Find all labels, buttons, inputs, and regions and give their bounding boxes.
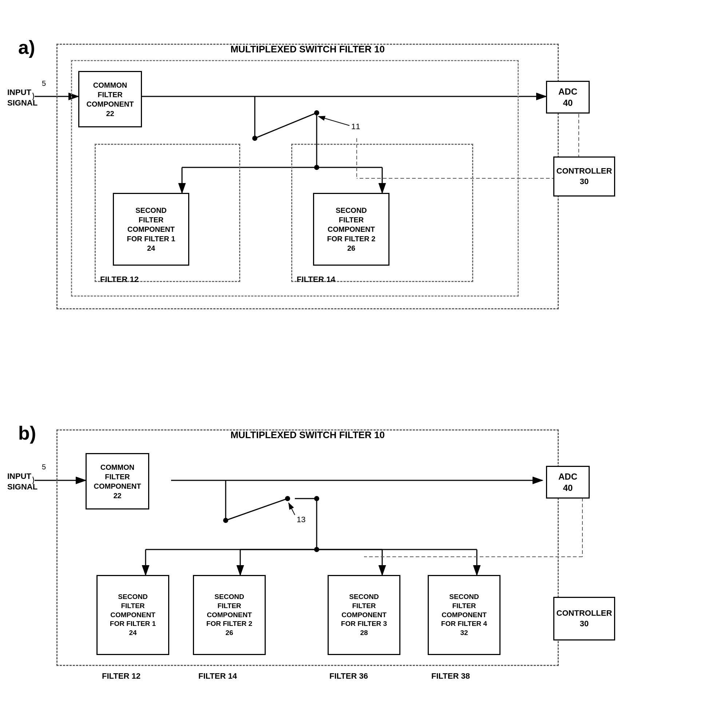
controller-box-b: CONTROLLER30 — [553, 597, 615, 641]
second-filter-1-box-a: SECONDFILTERCOMPONENTFOR FILTER 124 — [113, 193, 189, 266]
filter38-label-b: FILTER 38 — [431, 672, 470, 681]
section-label-b: b) — [18, 422, 36, 444]
input-signal-label-a: INPUTSIGNAL — [7, 87, 37, 108]
filter14-label-b: FILTER 14 — [198, 672, 237, 681]
input-signal-label-b: INPUTSIGNAL — [7, 471, 37, 492]
common-filter-box-b: COMMONFILTERCOMPONENT22 — [86, 453, 149, 510]
filter14-label-a: FILTER 14 — [297, 275, 335, 284]
signal-number-a: 5 — [42, 79, 46, 88]
second-filter-2-box-a: SECONDFILTERCOMPONENTFOR FILTER 226 — [313, 193, 390, 266]
page: a) INPUTSIGNAL 5 MULTIPLEXED SWITCH FILT… — [0, 0, 728, 722]
signal-number-b: 5 — [42, 463, 46, 471]
filter12-label-a: FILTER 12 — [100, 275, 139, 284]
controller-box-a: CONTROLLER30 — [553, 156, 615, 197]
main-title-a: MULTIPLEXED SWITCH FILTER 10 — [57, 44, 559, 55]
second-filter-1-box-b: SECONDFILTERCOMPONENTFOR FILTER 124 — [96, 575, 169, 655]
second-filter-2-box-b: SECONDFILTERCOMPONENTFOR FILTER 226 — [193, 575, 266, 655]
adc-box-b: ADC40 — [546, 466, 590, 499]
common-filter-box-a: COMMONFILTERCOMPONENT22 — [78, 71, 142, 127]
switch-number-b: 13 — [297, 515, 305, 524]
section-label-a: a) — [18, 37, 35, 58]
second-filter-4-box-b: SECONDFILTERCOMPONENTFOR FILTER 432 — [428, 575, 500, 655]
second-filter-3-box-b: SECONDFILTERCOMPONENTFOR FILTER 328 — [327, 575, 401, 655]
filter12-label-b: FILTER 12 — [102, 672, 141, 681]
switch-number-a: 11 — [351, 122, 360, 131]
main-title-b: MULTIPLEXED SWITCH FILTER 10 — [57, 429, 559, 441]
filter36-label-b: FILTER 36 — [329, 672, 368, 681]
adc-box-a: ADC40 — [546, 81, 590, 113]
